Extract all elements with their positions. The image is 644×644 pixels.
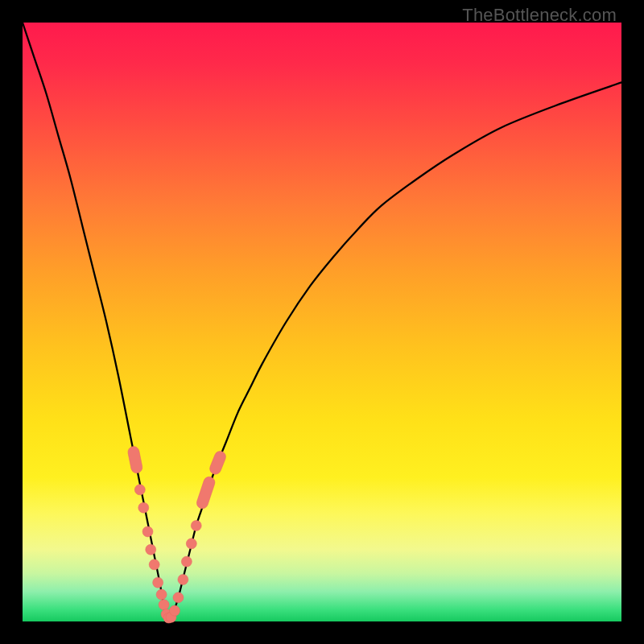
data-marker	[191, 520, 201, 530]
watermark-text: TheBottleneck.com	[462, 5, 617, 26]
data-marker	[127, 445, 143, 474]
bottleneck-curve	[23, 23, 621, 620]
data-marker	[149, 559, 159, 570]
data-marker	[178, 574, 188, 584]
data-marker	[134, 485, 145, 495]
data-marker	[186, 539, 196, 549]
data-marker	[173, 592, 184, 603]
data-marker	[153, 577, 163, 588]
data-marker	[208, 449, 228, 476]
data-marker	[159, 600, 169, 610]
data-marker	[169, 605, 180, 616]
curve-svg	[23, 23, 621, 621]
data-marker	[156, 589, 167, 600]
plot-area	[23, 23, 621, 621]
data-marker	[181, 556, 192, 567]
data-marker	[196, 475, 217, 510]
chart-frame: TheBottleneck.com	[0, 0, 644, 644]
data-marker	[142, 526, 153, 537]
data-marker	[146, 544, 156, 555]
data-marker	[138, 502, 149, 513]
